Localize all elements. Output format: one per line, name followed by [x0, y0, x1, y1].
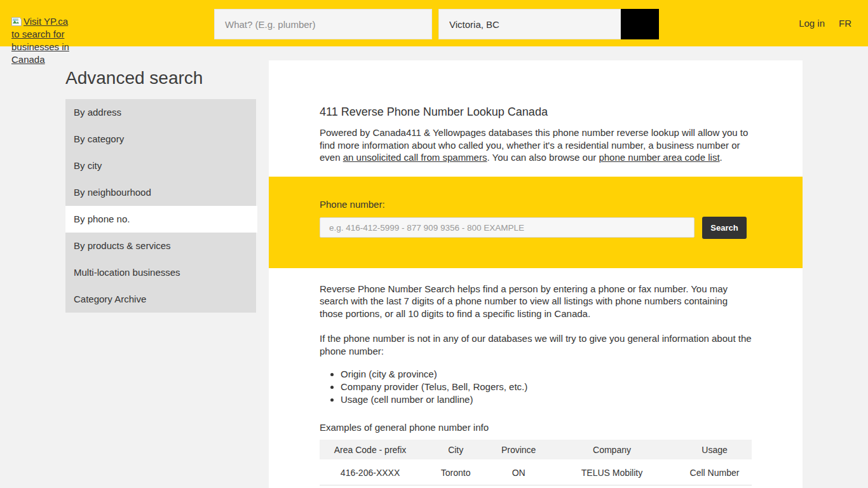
- table-header-cell: Company: [546, 440, 677, 460]
- yp-logo-link[interactable]: Visit YP.ca to search for businesses in …: [11, 15, 75, 66]
- sidebar-item-by-address[interactable]: By address: [65, 99, 256, 126]
- bullet-item: Company provider (Telus, Bell, Rogers, e…: [341, 381, 752, 393]
- table-header-cell: Usage: [677, 440, 752, 460]
- phone-number-label: Phone number:: [320, 177, 752, 210]
- top-header-bar: Visit YP.ca to search for businesses in …: [0, 0, 868, 46]
- phone-info-table: Area Code - prefixCityProvinceCompanyUsa…: [320, 440, 752, 485]
- phone-info-table-body: 416-206-XXXXTorontoONTELUS MobilityCell …: [320, 460, 752, 485]
- spammers-link[interactable]: an unsolicited call from spammers: [343, 152, 487, 163]
- login-link[interactable]: Log in: [799, 18, 825, 29]
- main-content-card: 411 Reverse Phone Number Lookup Canada P…: [269, 60, 803, 488]
- table-header-cell: Province: [491, 440, 546, 460]
- sidebar-item-multi-location-businesses[interactable]: Multi-location businesses: [65, 259, 256, 286]
- sidebar-item-by-neighbourhood[interactable]: By neighbourhood: [65, 179, 256, 206]
- header-search-button[interactable]: [621, 9, 659, 39]
- table-cell: TELUS Mobility: [546, 460, 677, 485]
- broken-image-icon: [11, 17, 22, 25]
- advanced-search-title: Advanced search: [65, 67, 203, 89]
- what-search-input[interactable]: [214, 9, 432, 39]
- where-location-input[interactable]: [438, 9, 621, 39]
- sidebar-item-by-products-services[interactable]: By products & services: [65, 233, 256, 259]
- table-cell: Cell Number: [677, 460, 752, 485]
- language-toggle-fr[interactable]: FR: [839, 18, 851, 29]
- phone-search-button[interactable]: Search: [702, 217, 747, 239]
- bullet-item: Usage (cell number or landline): [341, 393, 752, 406]
- table-cell: 416-206-XXXX: [320, 460, 421, 485]
- header-links: Log in FR: [799, 0, 851, 46]
- intro-text-after: .: [720, 152, 722, 163]
- table-header-cell: Area Code - prefix: [320, 440, 421, 460]
- description-paragraph-2: If the phone number is not in any of our…: [320, 332, 752, 357]
- examples-caption: Examples of general phone number info: [320, 421, 752, 433]
- table-row: 416-206-XXXXTorontoONTELUS MobilityCell …: [320, 460, 752, 485]
- sidebar-item-by-city[interactable]: By city: [65, 152, 256, 179]
- table-cell: ON: [491, 460, 546, 485]
- description-paragraph-1: Reverse Phone Number Search helps find a…: [320, 283, 752, 320]
- area-code-list-link[interactable]: phone number area code list: [599, 152, 719, 163]
- intro-paragraph: Powered by Canada411 & Yellowpages datab…: [320, 126, 752, 164]
- phone-info-table-head: Area Code - prefixCityProvinceCompanyUsa…: [320, 440, 752, 460]
- table-cell: Toronto: [421, 460, 491, 485]
- table-header-cell: City: [421, 440, 491, 460]
- bullet-item: Origin (city & province): [341, 368, 752, 381]
- sidebar-item-by-phone-no[interactable]: By phone no.: [65, 206, 257, 233]
- advanced-search-nav: By addressBy categoryBy cityBy neighbour…: [65, 99, 256, 313]
- phone-lookup-panel: Phone number: Search: [269, 177, 803, 268]
- intro-text-mid: . You can also browse our: [487, 152, 599, 163]
- info-bullet-list: Origin (city & province)Company provider…: [320, 368, 752, 406]
- phone-number-input[interactable]: [320, 217, 695, 238]
- sidebar-item-by-category[interactable]: By category: [65, 126, 256, 152]
- page-title: 411 Reverse Phone Number Lookup Canada: [320, 60, 752, 119]
- sidebar-item-category-archive[interactable]: Category Archive: [65, 286, 256, 313]
